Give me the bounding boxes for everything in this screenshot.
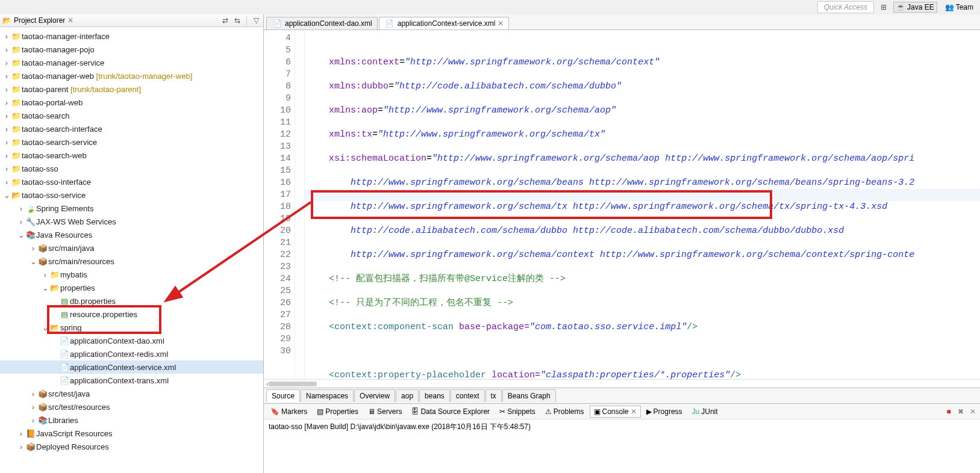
open-perspective-icon[interactable]: ⊞ bbox=[879, 2, 888, 12]
file-label: applicationContext-trans.xml bbox=[70, 376, 169, 385]
terminate-icon[interactable]: ■ bbox=[944, 407, 953, 416]
tab-tx[interactable]: tx bbox=[485, 389, 502, 402]
node-label: Libraries bbox=[48, 416, 78, 425]
tab-beans-graph[interactable]: Beans Graph bbox=[502, 389, 556, 402]
code-content[interactable]: xmlns:context="http://www.springframewor… bbox=[305, 30, 980, 379]
tab-aop[interactable]: aop bbox=[396, 389, 419, 402]
java-resources-node[interactable]: ⌄📚Java Resources bbox=[0, 228, 263, 241]
project-node[interactable]: ›📁taotao-search-interface bbox=[0, 122, 263, 135]
src-folder-node[interactable]: ›📦src/test/java bbox=[0, 387, 263, 400]
tab-label: applicationContext-service.xml bbox=[398, 19, 496, 28]
xml-file-selected[interactable]: 📄applicationContext-service.xml bbox=[0, 360, 263, 374]
js-resources-node[interactable]: ›📙JavaScript Resources bbox=[0, 427, 263, 440]
current-line-highlight bbox=[305, 189, 980, 201]
project-node[interactable]: ›📁taotao-search-web bbox=[0, 149, 263, 162]
view-title-label: Project Explorer bbox=[14, 16, 65, 25]
tab-namespaces[interactable]: Namespaces bbox=[301, 389, 354, 402]
project-node[interactable]: ›📁taotao-parent [trunk/taotao-parent] bbox=[0, 82, 263, 96]
close-view-icon[interactable]: ✕ bbox=[67, 16, 73, 25]
project-node-open[interactable]: ⌄📂taotao-sso-service bbox=[0, 188, 263, 202]
scrollbar-thumb[interactable] bbox=[269, 382, 317, 386]
tab-source[interactable]: Source bbox=[266, 389, 300, 402]
project-repo-label: [trunk/taotao-manager-web] bbox=[96, 72, 193, 81]
project-node[interactable]: ›📁taotao-manager-service bbox=[0, 56, 263, 69]
project-node[interactable]: ›📁taotao-portal-web bbox=[0, 96, 263, 109]
project-label: taotao-search bbox=[22, 111, 70, 120]
view-tab-junit[interactable]: JuJUnit bbox=[688, 406, 722, 418]
top-toolbar: Quick Access ⊞ ☕ Java EE 👥 Team bbox=[817, 0, 980, 14]
console-output: taotao-sso [Maven Build] D:\java\jdk\bin… bbox=[264, 419, 980, 473]
view-tab-dse[interactable]: 🗄Data Source Explorer bbox=[407, 406, 494, 418]
file-label: applicationContext-dao.xml bbox=[70, 336, 164, 345]
perspective-javaee[interactable]: ☕ Java EE bbox=[893, 2, 937, 13]
xml-file[interactable]: 📄applicationContext-redis.xml bbox=[0, 347, 263, 360]
perspective-label: Team bbox=[956, 3, 973, 11]
project-label: taotao-parent bbox=[22, 85, 68, 94]
collapse-all-icon[interactable]: ⇄ bbox=[220, 16, 230, 25]
tab-label: Data Source Explorer bbox=[420, 407, 490, 416]
libraries-node[interactable]: ›📚Libraries bbox=[0, 413, 263, 427]
project-node[interactable]: ›📁taotao-manager-pojo bbox=[0, 43, 263, 56]
perspective-team[interactable]: 👥 Team bbox=[942, 2, 976, 13]
package-node-open[interactable]: ⌄📂properties bbox=[0, 281, 263, 294]
file-label: applicationContext-redis.xml bbox=[70, 350, 168, 359]
view-tab-problems[interactable]: ⚠Problems bbox=[541, 406, 588, 418]
properties-file[interactable]: ▤resource.properties bbox=[0, 308, 263, 321]
view-menu-icon[interactable]: ▽ bbox=[251, 16, 261, 25]
package-node[interactable]: ›📁mybatis bbox=[0, 268, 263, 281]
src-folder-node[interactable]: ›📦src/test/resources bbox=[0, 400, 263, 413]
tab-context[interactable]: context bbox=[451, 389, 485, 402]
code-editor[interactable]: 4567891011121314151617181920212223242526… bbox=[264, 30, 980, 379]
tab-label: Progress bbox=[654, 407, 682, 416]
horizontal-scrollbar[interactable]: ‹ bbox=[264, 379, 980, 388]
project-node[interactable]: ›📁taotao-sso bbox=[0, 162, 263, 175]
spring-elements-node[interactable]: ›🍃Spring Elements bbox=[0, 202, 263, 215]
view-tab-servers[interactable]: 🖥Servers bbox=[364, 406, 406, 418]
view-tab-properties[interactable]: ▤Properties bbox=[313, 406, 363, 418]
src-folder-node[interactable]: ›📦src/main/java bbox=[0, 241, 263, 255]
project-node[interactable]: ›📁taotao-sso-interface bbox=[0, 175, 263, 188]
explorer-icon: 📂 bbox=[2, 16, 11, 25]
editor-tabs: 📄applicationContext-dao.xml 📄application… bbox=[264, 14, 980, 30]
node-label: mybatis bbox=[60, 270, 87, 279]
line-number-gutter: 4567891011121314151617181920212223242526… bbox=[264, 30, 295, 379]
node-label: spring bbox=[60, 323, 81, 332]
src-folder-node-open[interactable]: ⌄📦src/main/resources bbox=[0, 255, 263, 268]
tab-label: Problems bbox=[554, 407, 584, 416]
project-label: taotao-portal-web bbox=[22, 98, 83, 107]
view-tab-console[interactable]: ▣Console ✕ bbox=[590, 406, 641, 418]
view-tab-markers[interactable]: 🔖Markers bbox=[266, 406, 311, 418]
close-icon[interactable]: ✕ bbox=[498, 19, 504, 28]
project-node[interactable]: ›📁taotao-search bbox=[0, 109, 263, 122]
properties-file[interactable]: ▤db.properties bbox=[0, 294, 263, 308]
file-label: resource.properties bbox=[70, 310, 137, 319]
xml-file[interactable]: 📄applicationContext-dao.xml bbox=[0, 334, 263, 347]
tab-beans[interactable]: beans bbox=[419, 389, 450, 402]
quick-access-box[interactable]: Quick Access bbox=[817, 1, 874, 13]
link-editor-icon[interactable]: ⇆ bbox=[233, 16, 242, 25]
project-node[interactable]: ›📁taotao-search-service bbox=[0, 135, 263, 149]
node-label: src/main/resources bbox=[48, 257, 114, 266]
bottom-views-tabs: 🔖Markers ▤Properties 🖥Servers 🗄Data Sour… bbox=[264, 403, 980, 419]
remove-icon[interactable]: ✕ bbox=[968, 407, 978, 416]
editor-area: 📄applicationContext-dao.xml 📄application… bbox=[264, 14, 980, 473]
project-node[interactable]: ›📁taotao-manager-web [trunk/taotao-manag… bbox=[0, 69, 263, 82]
editor-tab[interactable]: 📄applicationContext-dao.xml bbox=[266, 17, 378, 29]
jaxws-node[interactable]: ›🔧JAX-WS Web Services bbox=[0, 215, 263, 228]
view-tab-progress[interactable]: ▶Progress bbox=[642, 406, 687, 418]
project-repo-label: [trunk/taotao-parent] bbox=[70, 85, 141, 94]
tab-overview[interactable]: Overview bbox=[354, 389, 395, 402]
editor-tab-active[interactable]: 📄applicationContext-service.xml✕ bbox=[379, 17, 510, 29]
close-icon[interactable]: ✕ bbox=[631, 407, 637, 416]
project-label: taotao-sso-service bbox=[22, 191, 86, 200]
tab-label: Servers bbox=[377, 407, 402, 416]
xml-file[interactable]: 📄applicationContext-trans.xml bbox=[0, 374, 263, 387]
deployed-resources-node[interactable]: ›📦Deployed Resources bbox=[0, 440, 263, 453]
remove-all-icon[interactable]: ✖ bbox=[956, 407, 966, 416]
tab-label: JUnit bbox=[701, 407, 717, 416]
project-node[interactable]: ›📁taotao-manager-interface bbox=[0, 29, 263, 43]
project-tree[interactable]: ›📁taotao-manager-interface ›📁taotao-mana… bbox=[0, 27, 263, 473]
node-label: src/main/java bbox=[48, 244, 95, 253]
package-node-open[interactable]: ⌄📂spring bbox=[0, 321, 263, 334]
view-tab-snippets[interactable]: ✂Snippets bbox=[495, 406, 540, 418]
